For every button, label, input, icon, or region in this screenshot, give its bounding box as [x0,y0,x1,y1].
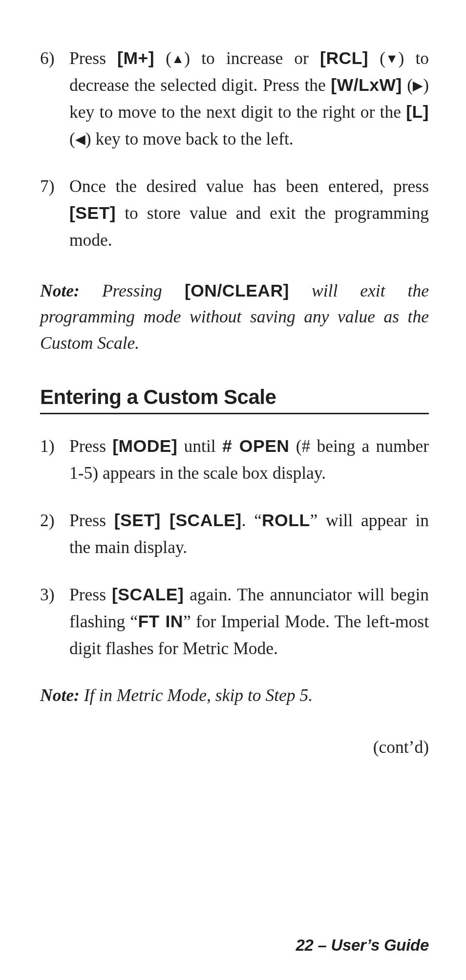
key-label: [SET] [69,203,116,223]
arrow-icon: ◀ [75,133,85,146]
list-item-marker: 2) [40,507,69,561]
list-second: 1)Press [MODE] until # OPEN (# being a n… [40,433,429,662]
key-label: [SCALE] [112,585,184,604]
key-label: [RCL] [320,48,368,68]
list-item: 6)Press [M+] (▲) to increase or [RCL] (▼… [40,45,429,152]
text-run: ( [402,75,413,95]
list-item-body: Press [M+] (▲) to increase or [RCL] (▼) … [69,45,429,152]
key-label: [ON/CLEAR] [185,281,289,300]
arrow-icon: ▲ [171,52,184,65]
list-item-marker: 3) [40,581,69,662]
note-1-label: Note: [40,281,80,300]
page-footer: 22 – User’s Guide [296,936,429,955]
note-2: Note: If in Metric Mode, skip to Step 5. [40,682,429,708]
list-item-body: Press [MODE] until # OPEN (# being a num… [69,433,429,487]
text-run: Pressing [80,281,185,300]
text-run: until [177,436,222,456]
key-label: [MODE] [112,436,177,456]
heading-entering-custom-scale: Entering a Custom Scale [40,385,429,409]
arrow-icon: ▼ [385,52,398,65]
text-run: Press [69,48,117,68]
list-item-body: Once the desired value has been entered,… [69,173,429,254]
key-label: # OPEN [222,436,290,456]
list-item: 1)Press [MODE] until # OPEN (# being a n… [40,433,429,487]
text-run: Press [69,585,112,604]
list-item-body: Press [SET] [SCALE]. “ROLL” will appear … [69,507,429,561]
list-item-marker: 1) [40,433,69,487]
list-item-body: Press [SCALE] again. The annunciator wil… [69,581,429,662]
text-run: ( [368,48,385,68]
list-item: 3)Press [SCALE] again. The annunciator w… [40,581,429,662]
key-label: [W/LxW] [331,75,402,95]
list-item-marker: 7) [40,173,69,254]
note-2-label: Note: [40,685,80,705]
text-run: ) key to move back to the left. [85,129,294,149]
contd: (cont’d) [40,737,429,757]
text-run: Press [69,511,114,530]
heading-rule [40,413,429,414]
arrow-icon: ▶ [413,79,423,92]
key-label: [L] [406,102,429,122]
key-label: [SET] [SCALE] [114,511,242,530]
key-label: ROLL [262,511,310,530]
text-run: ) to increase or [184,48,320,68]
key-label: FT IN [138,612,183,631]
list-top: 6)Press [M+] (▲) to increase or [RCL] (▼… [40,45,429,254]
text-run: . “ [242,511,262,530]
key-label: [M+] [117,48,154,68]
text-run: ( [69,129,75,149]
note-1-body: Pressing [ON/CLEAR] will exit the progra… [40,281,429,353]
list-item-marker: 6) [40,45,69,152]
page: 6)Press [M+] (▲) to increase or [RCL] (▼… [0,0,466,980]
text-run: to store value and exit the programming … [69,203,429,250]
note-2-body: If in Metric Mode, skip to Step 5. [80,685,313,705]
note-1: Note: Pressing [ON/CLEAR] will exit the … [40,278,429,356]
text-run: Once the desired value has been entered,… [69,176,429,196]
list-item: 7)Once the desired value has been entere… [40,173,429,254]
list-item: 2)Press [SET] [SCALE]. “ROLL” will appea… [40,507,429,561]
text-run: Press [69,436,112,456]
text-run: ( [154,48,171,68]
